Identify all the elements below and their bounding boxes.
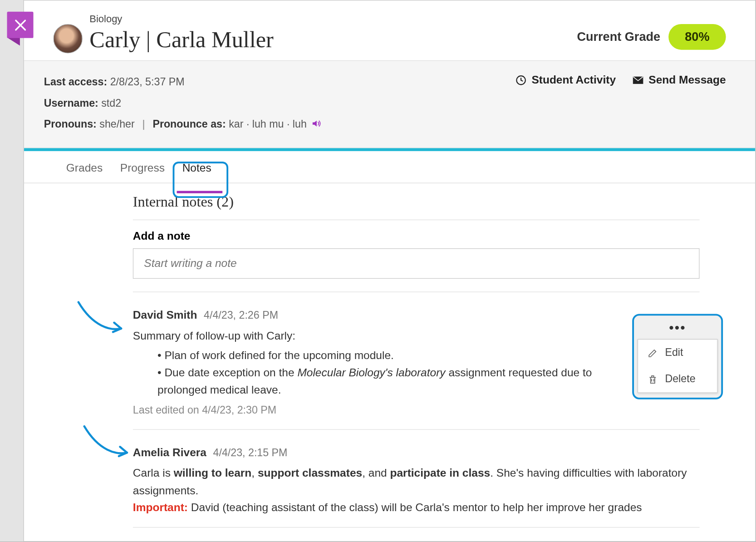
annotation-arrow [75, 301, 128, 338]
clock-icon [515, 74, 527, 86]
note-actions-menu: ••• Edit Delete [632, 314, 723, 399]
current-grade-label: Current Grade [577, 30, 660, 44]
add-note-label: Add a note [133, 230, 700, 242]
student-panel: Biology Carly | Carla Muller Current Gra… [24, 0, 756, 542]
tab-progress[interactable]: Progress [116, 159, 170, 183]
username-value: std2 [101, 97, 121, 109]
envelope-icon [632, 74, 644, 86]
note-date: 4/4/23, 2:15 PM [213, 447, 288, 458]
note-entry: Amelia Rivera 4/4/23, 2:15 PM Carla is w… [133, 429, 700, 527]
tab-grades[interactable]: Grades [61, 159, 107, 183]
note-last-edited: Last edited on 4/4/23, 2:30 PM [133, 402, 619, 419]
speaker-icon[interactable] [312, 119, 321, 129]
last-access-label: Last access: [44, 76, 107, 88]
note-line: Important: David (teaching assistant of … [133, 499, 700, 516]
note-input[interactable] [133, 248, 700, 279]
active-tab-underline [177, 191, 223, 193]
avatar [53, 24, 83, 54]
note-date: 4/4/23, 2:26 PM [204, 309, 278, 321]
send-message-link[interactable]: Send Message [632, 74, 726, 87]
pronouns-label: Pronouns: [44, 118, 97, 130]
send-message-label: Send Message [648, 74, 726, 87]
student-name: Carly | Carla Muller [89, 26, 273, 53]
note-author: Amelia Rivera [133, 446, 206, 458]
delete-label: Delete [665, 373, 695, 385]
note-summary: Summary of follow-up with Carly: [133, 327, 619, 345]
username-label: Username: [44, 97, 98, 109]
pronounce-value: kar · luh mu · luh [229, 118, 307, 130]
close-button[interactable] [7, 12, 33, 38]
student-activity-link[interactable]: Student Activity [515, 74, 616, 87]
note-author: David Smith [133, 309, 197, 321]
note-entry: David Smith 4/4/23, 2:26 PM Summary of f… [133, 292, 619, 429]
note-bullet: Due date exception on the Molecular Biol… [157, 364, 619, 399]
pronounce-label: Pronounce as: [152, 118, 226, 130]
trash-icon [648, 374, 658, 384]
edit-label: Edit [665, 347, 683, 359]
grade-value: 80% [668, 24, 726, 50]
last-access-value: 2/8/23, 5:37 PM [110, 76, 185, 88]
pencil-icon [648, 348, 658, 358]
note-bullet: Plan of work defined for the upcoming mo… [157, 347, 619, 364]
delete-menu-item[interactable]: Delete [638, 366, 717, 392]
more-options-button[interactable]: ••• [634, 315, 721, 339]
annotation-arrow [81, 424, 134, 462]
pronouns-value: she/her [99, 118, 134, 130]
student-activity-label: Student Activity [531, 74, 616, 87]
course-name: Biology [89, 14, 273, 25]
note-line: Carla is willing to learn, support class… [133, 465, 700, 499]
close-icon [14, 19, 26, 31]
edit-menu-item[interactable]: Edit [638, 340, 717, 366]
